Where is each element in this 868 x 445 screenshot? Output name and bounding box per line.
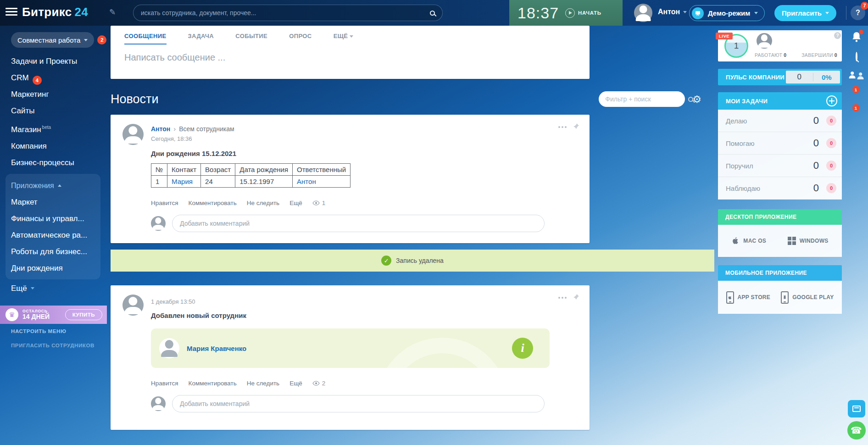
notice-text: Запись удалена [396,257,444,264]
edit-pencil-icon[interactable]: ✎ [109,7,116,17]
more-options-icon[interactable] [558,295,567,300]
sidebar-item-company[interactable]: Компания [11,138,107,155]
crm-badge: 4 [33,76,42,85]
sidebar-item-sites[interactable]: Сайты [11,103,107,119]
live-status-widget: LIVE 1 РАБОТАЮТ0 ЗАВЕРШИЛИ0 ? [718,30,842,61]
buy-button[interactable]: КУПИТЬ [65,309,102,320]
gear-icon[interactable] [692,94,701,105]
sidebar-item-birthdays[interactable]: Дни рождения [11,260,100,277]
online-user-avatar[interactable] [757,33,772,49]
sidebar-item-automation[interactable]: Автоматическое ра... [11,227,100,244]
apps-group: Приложения Маркет Финансы и управл... Ав… [6,174,100,279]
sidebar-item-market[interactable]: Маркет [11,194,100,211]
start-workday-label[interactable]: НАЧАТЬ [578,10,601,16]
comment-action[interactable]: Комментировать [189,200,237,206]
right-icon-rail: 1 1 [845,28,868,445]
tab-event[interactable]: СОБЫТИЕ [235,33,267,44]
comment-action[interactable]: Комментировать [189,380,237,387]
comment-input[interactable] [172,395,545,412]
invite-button[interactable]: Пригласить [774,5,836,21]
rail-widget-button[interactable] [848,400,865,417]
col-responsible: Ответственный [293,164,351,176]
unfollow-action[interactable]: Не следить [247,380,279,387]
responsible-link[interactable]: Антон [297,178,316,185]
task-row-watching[interactable]: Наблюдаю 0 0 [718,177,842,200]
configure-menu-link[interactable]: НАСТРОИТЬ МЕНЮ [11,328,107,334]
user-menu[interactable]: Антон [658,8,687,16]
employee-name-link[interactable]: Мария Кравченко [187,345,246,352]
play-icon[interactable] [565,8,575,18]
global-search-input[interactable] [141,9,430,17]
task-row-helping[interactable]: Помогаю 0 0 [718,132,842,155]
googleplay-button[interactable]: GOOGLE PLAY [781,291,834,304]
post-author-avatar[interactable] [122,124,144,145]
rail-phone-button[interactable] [847,421,866,439]
live-badge: LIVE [716,33,733,39]
tab-poll[interactable]: ОПРОС [289,33,312,44]
help-icon[interactable]: ? [834,32,841,39]
sidebar-item-robots[interactable]: Роботы для бизнес... [11,244,100,260]
search-icon[interactable] [430,11,435,16]
new-employee-card[interactable]: Мария Кравченко i [151,328,550,368]
workday-clock-widget[interactable]: 18:37 НАЧАТЬ [509,0,623,26]
commenter-avatar[interactable] [151,216,166,231]
comment-input[interactable] [172,215,545,232]
sidebar-item-finance[interactable]: Финансы и управл... [11,211,100,227]
menu-icon[interactable] [6,8,17,17]
birthdays-table: № Контакт Возраст Дата рождения Ответств… [151,163,351,188]
task-row-assigned[interactable]: Поручил 0 0 [718,155,842,177]
unread-badge: 1 [852,86,860,93]
pulse-percent: 0% [813,73,840,81]
post-author-link[interactable]: Антон [151,125,170,133]
macos-download-button[interactable]: MAC OS [731,236,766,245]
windows-download-button[interactable]: WINDOWS [788,237,829,245]
user-avatar[interactable] [634,4,652,22]
more-action[interactable]: Ещё [289,200,302,206]
tab-message[interactable]: СООБЩЕНИЕ [124,33,167,44]
rail-search[interactable] [856,53,857,61]
pin-icon[interactable] [573,123,579,131]
tab-more[interactable]: ЕЩЁ [334,33,354,44]
finished-stat: ЗАВЕРШИЛИ0 [801,52,837,58]
sidebar-more[interactable]: Ещё [11,279,107,298]
sidebar-item-marketing[interactable]: Маркетинг [11,86,107,103]
workspace-selector[interactable]: Совместная работа [11,32,94,48]
my-tasks-widget: МОИ ЗАДАЧИ Делаю 0 0 Помогаю 0 0 Поручил… [718,92,842,200]
like-action[interactable]: Нравится [151,200,178,206]
col-birthdate: Дата рождения [235,164,293,176]
post-title: Добавлен новый сотрудник [151,312,578,319]
commenter-avatar[interactable] [151,396,166,411]
task-badge: 0 [826,161,836,171]
add-task-icon[interactable] [826,95,837,106]
sidebar-item-crm[interactable]: CRM4 [11,70,107,86]
sidebar-item-shop[interactable]: Магазинbeta [11,119,107,138]
bitrix-logo[interactable]: Битрикс24 [22,5,88,19]
chevron-down-icon [754,12,758,14]
beta-tag: beta [42,125,51,130]
more-action[interactable]: Ещё [289,380,302,387]
employee-avatar[interactable] [159,338,179,358]
demo-mode-button[interactable]: Демо-режим [689,5,765,21]
notifications-bell[interactable] [851,31,862,44]
post-audience[interactable]: Всем сотрудникам [179,125,234,133]
sidebar-group-apps[interactable]: Приложения [11,178,100,194]
unfollow-action[interactable]: Не следить [247,200,279,206]
logo-number: 24 [75,5,89,19]
appstore-button[interactable]: APP STORE [726,291,771,304]
sidebar-item-tasks[interactable]: Задачи и Проекты [11,53,107,70]
sidebar-item-bizproc[interactable]: Бизнес-процессы [11,155,107,171]
message-input-placeholder[interactable]: Написать сообщение ... [124,52,576,63]
contact-link[interactable]: Мария [172,178,193,185]
tab-task[interactable]: ЗАДАЧА [188,33,214,44]
like-action[interactable]: Нравится [151,380,178,387]
demo-mode-label: Демо-режим [708,9,750,17]
post-author-avatar[interactable] [122,295,144,316]
pin-icon[interactable] [573,294,579,302]
company-pulse-widget[interactable]: ПУЛЬС КОМПАНИИ 0 0% [718,69,842,85]
invite-employees-link[interactable]: ПРИГЛАСИТЬ СОТРУДНИКОВ [11,343,107,348]
task-row-doing[interactable]: Делаю 0 0 [718,110,842,132]
info-icon[interactable]: i [512,338,533,359]
more-options-icon[interactable] [558,124,567,130]
filter-search-input[interactable] [605,95,688,103]
cell-responsible: Антон [293,176,351,188]
